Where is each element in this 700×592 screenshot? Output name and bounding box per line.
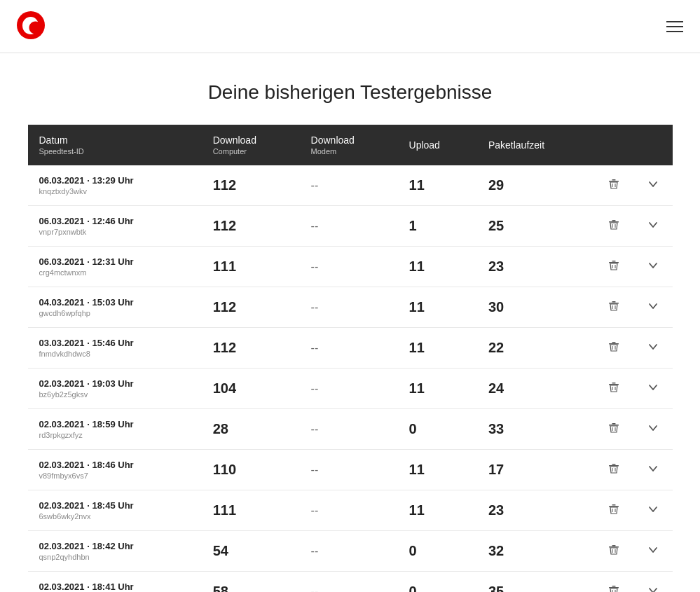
delete-row-button[interactable] xyxy=(605,460,622,480)
delete-row-cell[interactable] xyxy=(594,328,633,369)
delete-row-cell[interactable] xyxy=(594,490,633,531)
download-modem-cell: -- xyxy=(300,247,398,287)
col-header-datum: Datum Speedtest-ID xyxy=(28,125,202,165)
delete-row-cell[interactable] xyxy=(594,369,633,409)
expand-row-button[interactable] xyxy=(645,501,661,521)
delete-row-button[interactable] xyxy=(605,338,622,358)
expand-row-button[interactable] xyxy=(645,542,661,561)
delete-row-button[interactable] xyxy=(605,582,622,593)
expand-row-button[interactable] xyxy=(645,257,661,277)
upload-cell: 11 xyxy=(398,165,477,206)
packet-cell: 25 xyxy=(477,206,594,247)
download-computer-cell: 111 xyxy=(202,490,300,531)
expand-row-button[interactable] xyxy=(645,420,661,439)
delete-row-button[interactable] xyxy=(605,542,622,561)
svg-rect-37 xyxy=(609,546,619,548)
date-cell: 06.03.2021 · 12:31 Uhr crg4mctwnxm xyxy=(28,247,202,287)
vodafone-logo xyxy=(17,11,45,41)
delete-row-button[interactable] xyxy=(605,176,622,195)
upload-cell: 11 xyxy=(398,490,477,531)
download-computer-cell: 112 xyxy=(202,287,300,328)
svg-rect-13 xyxy=(609,303,619,304)
table-row: 02.03.2021 · 18:42 Uhr qsnp2qyhdhbn 54 -… xyxy=(28,531,673,572)
upload-cell: 0 xyxy=(398,572,477,593)
table-row: 03.03.2021 · 15:46 Uhr fnmdvkdhdwc8 112 … xyxy=(28,328,673,369)
upload-cell: 0 xyxy=(398,409,477,450)
packet-cell: 29 xyxy=(477,165,594,206)
expand-row-button[interactable] xyxy=(645,338,661,358)
packet-cell: 17 xyxy=(477,450,594,490)
svg-rect-42 xyxy=(612,586,615,587)
download-modem-cell: -- xyxy=(300,165,398,206)
delete-row-button[interactable] xyxy=(605,420,622,439)
date-cell: 04.03.2021 · 15:03 Uhr gwcdh6wpfqhp xyxy=(28,287,202,328)
date-cell: 02.03.2021 · 18:42 Uhr qsnp2qyhdhbn xyxy=(28,531,202,572)
svg-point-0 xyxy=(17,11,45,39)
expand-row-cell[interactable] xyxy=(633,287,673,328)
expand-row-cell[interactable] xyxy=(633,450,673,490)
col-header-paketlaufzeit: Paketlaufzeit xyxy=(477,125,594,165)
packet-cell: 35 xyxy=(477,572,594,593)
download-modem-cell: -- xyxy=(300,206,398,247)
expand-row-cell[interactable] xyxy=(633,490,673,531)
expand-row-button[interactable] xyxy=(645,176,661,195)
date-cell: 06.03.2021 · 13:29 Uhr knqztxdy3wkv xyxy=(28,165,202,206)
delete-row-cell[interactable] xyxy=(594,409,633,450)
svg-rect-21 xyxy=(609,384,619,385)
date-cell: 06.03.2021 · 12:46 Uhr vnpr7pxnwbtk xyxy=(28,206,202,247)
delete-row-cell[interactable] xyxy=(594,247,633,287)
delete-row-button[interactable] xyxy=(605,257,622,277)
date-cell: 02.03.2021 · 18:45 Uhr 6swb6wky2nvx xyxy=(28,490,202,531)
download-computer-cell: 54 xyxy=(202,531,300,572)
col-header-upload: Upload xyxy=(398,125,477,165)
svg-rect-30 xyxy=(612,464,615,465)
date-cell: 02.03.2021 · 18:59 Uhr rd3rpkgzxfyz xyxy=(28,409,202,450)
packet-cell: 33 xyxy=(477,409,594,450)
expand-row-button[interactable] xyxy=(645,379,661,399)
expand-row-button[interactable] xyxy=(645,460,661,480)
delete-row-cell[interactable] xyxy=(594,572,633,593)
expand-row-cell[interactable] xyxy=(633,328,673,369)
table-row: 02.03.2021 · 18:41 Uhr 2vbvf35k6bdc 58 -… xyxy=(28,572,673,593)
packet-cell: 22 xyxy=(477,328,594,369)
expand-row-cell[interactable] xyxy=(633,247,673,287)
expand-row-button[interactable] xyxy=(645,582,661,593)
expand-row-cell[interactable] xyxy=(633,206,673,247)
download-computer-cell: 112 xyxy=(202,165,300,206)
packet-cell: 30 xyxy=(477,287,594,328)
hamburger-menu-button[interactable] xyxy=(666,21,683,32)
upload-cell: 11 xyxy=(398,328,477,369)
delete-row-button[interactable] xyxy=(605,501,622,521)
expand-row-cell[interactable] xyxy=(633,572,673,593)
table-row: 02.03.2021 · 19:03 Uhr bz6yb2z5gksv 104 … xyxy=(28,369,673,409)
expand-row-cell[interactable] xyxy=(633,531,673,572)
download-modem-cell: -- xyxy=(300,328,398,369)
svg-rect-5 xyxy=(609,221,619,223)
download-computer-cell: 110 xyxy=(202,450,300,490)
svg-rect-14 xyxy=(612,301,615,303)
svg-rect-29 xyxy=(609,465,619,467)
upload-cell: 1 xyxy=(398,206,477,247)
upload-cell: 11 xyxy=(398,450,477,490)
packet-cell: 23 xyxy=(477,490,594,531)
svg-rect-10 xyxy=(612,261,615,262)
expand-row-button[interactable] xyxy=(645,298,661,317)
delete-row-cell[interactable] xyxy=(594,450,633,490)
delete-row-cell[interactable] xyxy=(594,287,633,328)
table-row: 02.03.2021 · 18:46 Uhr v89fmbyx6vs7 110 … xyxy=(28,450,673,490)
packet-cell: 32 xyxy=(477,531,594,572)
expand-row-cell[interactable] xyxy=(633,369,673,409)
delete-row-button[interactable] xyxy=(605,216,622,236)
delete-row-button[interactable] xyxy=(605,298,622,317)
delete-row-cell[interactable] xyxy=(594,165,633,206)
delete-row-cell[interactable] xyxy=(594,531,633,572)
svg-rect-41 xyxy=(609,587,619,588)
expand-row-cell[interactable] xyxy=(633,165,673,206)
expand-row-button[interactable] xyxy=(645,216,661,236)
delete-row-button[interactable] xyxy=(605,379,622,399)
download-computer-cell: 58 xyxy=(202,572,300,593)
table-row: 06.03.2021 · 13:29 Uhr knqztxdy3wkv 112 … xyxy=(28,165,673,206)
expand-row-cell[interactable] xyxy=(633,409,673,450)
download-modem-cell: -- xyxy=(300,450,398,490)
delete-row-cell[interactable] xyxy=(594,206,633,247)
